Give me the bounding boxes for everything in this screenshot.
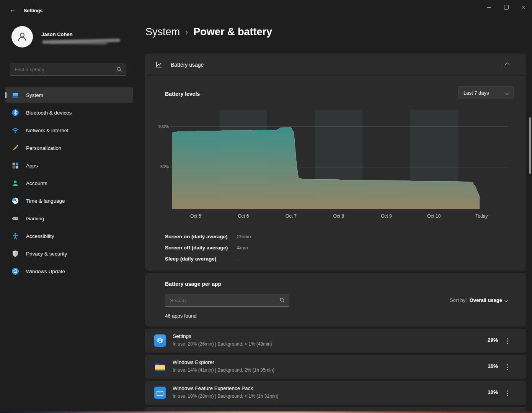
sidebar-item-label: Bluetooth & devices xyxy=(26,110,72,116)
sidebar-item-windows-update[interactable]: Windows Update xyxy=(5,264,133,279)
battery-per-app-card: Battery usage per app Sort by: Overall u… xyxy=(145,273,526,326)
x-axis-tick-label: Oct 6 xyxy=(226,213,261,219)
minimize-button[interactable] xyxy=(480,0,498,15)
range-dropdown-value: Last 7 days xyxy=(463,90,489,96)
clock-icon xyxy=(11,197,19,205)
windows-feature-experience-pack-app-icon xyxy=(153,386,166,399)
x-axis-tick-label: Today xyxy=(464,213,499,219)
app-usage-details: In use: 28% (26min) | Background: < 1% (… xyxy=(173,341,272,347)
sidebar-item-time-language[interactable]: Time & language xyxy=(5,193,133,208)
desktop-edge-strip xyxy=(0,411,532,413)
sort-by-value: Overall usage xyxy=(470,297,502,303)
accounts-person-icon xyxy=(11,179,19,187)
sidebar-item-network-internet[interactable]: Network & internet xyxy=(5,123,133,138)
minimize-icon xyxy=(487,7,491,7)
app-search-input[interactable] xyxy=(165,294,279,306)
maximize-button[interactable] xyxy=(498,0,515,15)
app-more-options-button[interactable] xyxy=(504,336,511,346)
x-axis-tick-label: Oct 8 xyxy=(321,213,356,219)
sidebar-item-system[interactable]: System xyxy=(5,87,133,103)
sidebar-item-personalization[interactable]: Personalization xyxy=(5,140,133,156)
stat-label: Screen on (daily average) xyxy=(165,234,237,239)
shield-icon xyxy=(11,250,19,257)
sidebar-item-label: Personalization xyxy=(26,145,61,151)
apps-grid-icon xyxy=(11,162,19,169)
app-usage-percent: 29% xyxy=(488,337,498,343)
selected-accent-bar xyxy=(5,92,7,98)
avatar[interactable] xyxy=(11,26,33,48)
stat-screen-off: Screen off (daily average) 4min xyxy=(165,242,251,253)
close-button[interactable] xyxy=(515,0,532,15)
stat-sleep: Sleep (daily average) - xyxy=(165,253,251,264)
accessibility-person-icon xyxy=(11,232,19,240)
person-icon xyxy=(16,31,28,43)
x-axis-tick-label: Oct 7 xyxy=(274,213,308,219)
x-axis-tick-label: Oct 5 xyxy=(178,213,213,219)
sidebar-item-accounts[interactable]: Accounts xyxy=(5,175,133,191)
x-axis-tick-label: Oct 10 xyxy=(417,213,451,219)
bluetooth-icon xyxy=(11,109,19,116)
sidebar-item-label: Accounts xyxy=(26,180,47,186)
breadcrumb-system[interactable]: System xyxy=(145,26,180,38)
find-setting-searchbox xyxy=(10,63,126,75)
wifi-icon xyxy=(11,126,19,134)
sort-by-label: Sort by: xyxy=(450,297,467,303)
app-name: Windows Feature Experience Pack xyxy=(173,385,253,391)
app-name: Windows Explorer xyxy=(173,359,214,365)
battery-levels-plot xyxy=(146,106,527,225)
app-usage-details: In use: 14% (41min) | Background: 2% (1h… xyxy=(173,367,274,373)
app-searchbox xyxy=(165,294,289,307)
app-usage-percent: 10% xyxy=(488,389,498,395)
windows-explorer-app-icon xyxy=(153,360,166,373)
sidebar-item-label: Apps xyxy=(26,163,38,169)
sidebar-item-apps[interactable]: Apps xyxy=(5,158,133,173)
chevron-down-icon xyxy=(505,91,509,95)
scrollbar-thumb[interactable] xyxy=(529,117,531,174)
breadcrumb: System › Power & battery xyxy=(145,26,272,38)
profile-name: Jason Cohen xyxy=(41,31,73,37)
maximize-icon xyxy=(504,5,509,10)
sidebar-item-label: Time & language xyxy=(26,198,65,204)
sidebar-item-label: Network & internet xyxy=(26,128,69,133)
stat-label: Sleep (daily average) xyxy=(165,256,237,262)
sidebar-item-accessibility[interactable]: Accessibility xyxy=(5,228,133,244)
app-more-options-button[interactable] xyxy=(504,362,511,372)
battery-usage-card: Battery usage Battery levels Last 7 days… xyxy=(145,54,526,270)
gamepad-icon xyxy=(11,215,19,222)
find-setting-input[interactable] xyxy=(10,64,118,75)
chevron-down-icon xyxy=(504,298,508,302)
battery-usage-header[interactable]: Battery usage xyxy=(146,54,526,75)
search-icon xyxy=(279,297,285,303)
back-button[interactable]: ← xyxy=(7,5,18,15)
settings-window: ← Settings Jason Cohen xyxy=(0,0,532,413)
brush-icon xyxy=(11,144,19,152)
breadcrumb-chevron-icon: › xyxy=(185,28,188,38)
app-more-options-button[interactable] xyxy=(504,388,511,398)
sidebar-item-bluetooth-devices[interactable]: Bluetooth & devices xyxy=(5,105,133,120)
app-usage-details: In use: 10% (28min) | Background: < 1% (… xyxy=(173,393,278,399)
app-name: Settings xyxy=(173,333,191,339)
sidebar-item-label: Privacy & security xyxy=(26,251,67,257)
sidebar-nav: System Bluetooth & devices Network & int… xyxy=(5,87,133,281)
battery-per-app-title: Battery usage per app xyxy=(165,281,221,287)
sort-by-dropdown[interactable]: Sort by: Overall usage xyxy=(450,297,508,303)
search-icon xyxy=(116,67,122,72)
collapse-chevron-up-icon[interactable] xyxy=(505,62,510,67)
battery-usage-title: Battery usage xyxy=(171,62,204,68)
stat-screen-on: Screen on (daily average) 25min xyxy=(165,231,251,242)
range-dropdown[interactable]: Last 7 days xyxy=(458,86,514,99)
window-controls xyxy=(480,0,532,15)
battery-levels-title: Battery levels xyxy=(165,91,200,97)
sidebar-item-label: System xyxy=(26,92,43,98)
sidebar-item-label: Accessibility xyxy=(26,233,54,239)
settings-app-icon xyxy=(153,334,166,347)
sidebar-item-gaming[interactable]: Gaming xyxy=(5,211,133,226)
x-axis-tick-label: Oct 9 xyxy=(369,213,403,219)
y-axis-tick-label: 50% xyxy=(149,164,169,169)
sidebar-item-privacy-security[interactable]: Privacy & security xyxy=(5,246,133,261)
apps-found-count: 46 apps found xyxy=(165,313,196,319)
stat-value: - xyxy=(237,256,239,262)
line-chart-icon xyxy=(155,61,163,69)
system-icon xyxy=(11,91,19,99)
stat-label: Screen off (daily average) xyxy=(165,245,237,251)
